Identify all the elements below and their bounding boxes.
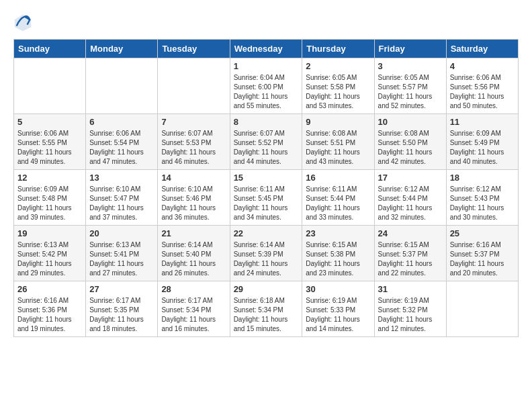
day-info: Sunrise: 6:17 AM Sunset: 5:34 PM Dayligh… (161, 296, 226, 334)
calendar-cell: 30Sunrise: 6:19 AM Sunset: 5:33 PM Dayli… (302, 281, 374, 337)
day-number: 20 (89, 228, 154, 238)
day-header-friday: Friday (374, 40, 446, 58)
day-info: Sunrise: 6:08 AM Sunset: 5:51 PM Dayligh… (306, 129, 370, 167)
day-info: Sunrise: 6:15 AM Sunset: 5:38 PM Dayligh… (306, 240, 370, 278)
day-number: 21 (161, 228, 226, 238)
calendar-cell: 25Sunrise: 6:16 AM Sunset: 5:37 PM Dayli… (446, 226, 518, 281)
day-number: 2 (306, 61, 370, 71)
day-info: Sunrise: 6:13 AM Sunset: 5:42 PM Dayligh… (17, 240, 82, 278)
day-number: 10 (378, 117, 443, 127)
day-header-thursday: Thursday (302, 40, 374, 58)
calendar-cell: 22Sunrise: 6:14 AM Sunset: 5:39 PM Dayli… (230, 226, 302, 281)
calendar-cell: 21Sunrise: 6:14 AM Sunset: 5:40 PM Dayli… (158, 226, 230, 281)
day-number: 6 (89, 117, 154, 127)
day-info: Sunrise: 6:16 AM Sunset: 5:36 PM Dayligh… (17, 296, 82, 334)
page-header (13, 13, 519, 32)
calendar-cell: 12Sunrise: 6:09 AM Sunset: 5:48 PM Dayli… (14, 170, 86, 226)
day-info: Sunrise: 6:15 AM Sunset: 5:37 PM Dayligh… (378, 240, 443, 278)
day-info: Sunrise: 6:06 AM Sunset: 5:56 PM Dayligh… (450, 73, 515, 111)
calendar-header-row: SundayMondayTuesdayWednesdayThursdayFrid… (14, 40, 519, 58)
day-info: Sunrise: 6:07 AM Sunset: 5:52 PM Dayligh… (234, 129, 299, 167)
day-info: Sunrise: 6:14 AM Sunset: 5:40 PM Dayligh… (161, 240, 226, 278)
day-number: 15 (234, 173, 299, 183)
day-header-monday: Monday (86, 40, 158, 58)
day-header-sunday: Sunday (14, 40, 86, 58)
day-number: 3 (378, 61, 443, 71)
calendar-cell: 1Sunrise: 6:04 AM Sunset: 6:00 PM Daylig… (230, 58, 302, 114)
day-number: 29 (234, 284, 299, 294)
day-info: Sunrise: 6:05 AM Sunset: 5:57 PM Dayligh… (378, 73, 443, 111)
day-number: 26 (17, 284, 82, 294)
day-header-saturday: Saturday (446, 40, 518, 58)
calendar-cell: 3Sunrise: 6:05 AM Sunset: 5:57 PM Daylig… (374, 58, 446, 114)
calendar-cell: 15Sunrise: 6:11 AM Sunset: 5:45 PM Dayli… (230, 170, 302, 226)
day-info: Sunrise: 6:14 AM Sunset: 5:39 PM Dayligh… (234, 240, 299, 278)
calendar-cell: 8Sunrise: 6:07 AM Sunset: 5:52 PM Daylig… (230, 114, 302, 170)
calendar-cell: 29Sunrise: 6:18 AM Sunset: 5:34 PM Dayli… (230, 281, 302, 337)
calendar-cell: 9Sunrise: 6:08 AM Sunset: 5:51 PM Daylig… (302, 114, 374, 170)
calendar-cell: 7Sunrise: 6:07 AM Sunset: 5:53 PM Daylig… (158, 114, 230, 170)
day-number: 19 (17, 228, 82, 238)
day-number: 23 (306, 228, 370, 238)
calendar-week-row: 12Sunrise: 6:09 AM Sunset: 5:48 PM Dayli… (14, 170, 519, 226)
day-number: 27 (89, 284, 154, 294)
day-number: 25 (450, 228, 515, 238)
day-info: Sunrise: 6:10 AM Sunset: 5:46 PM Dayligh… (161, 185, 226, 222)
day-number: 11 (450, 117, 515, 127)
calendar-cell (446, 281, 518, 337)
day-info: Sunrise: 6:16 AM Sunset: 5:37 PM Dayligh… (450, 240, 515, 278)
day-number: 16 (306, 173, 370, 183)
calendar-cell: 23Sunrise: 6:15 AM Sunset: 5:38 PM Dayli… (302, 226, 374, 281)
day-header-wednesday: Wednesday (230, 40, 302, 58)
calendar-cell: 27Sunrise: 6:17 AM Sunset: 5:35 PM Dayli… (86, 281, 158, 337)
calendar-cell: 4Sunrise: 6:06 AM Sunset: 5:56 PM Daylig… (446, 58, 518, 114)
logo-icon (13, 13, 32, 32)
day-info: Sunrise: 6:08 AM Sunset: 5:50 PM Dayligh… (378, 129, 443, 167)
day-number: 28 (161, 284, 226, 294)
day-number: 4 (450, 61, 515, 71)
day-number: 24 (378, 228, 443, 238)
day-info: Sunrise: 6:18 AM Sunset: 5:34 PM Dayligh… (234, 296, 299, 334)
calendar-cell: 2Sunrise: 6:05 AM Sunset: 5:58 PM Daylig… (302, 58, 374, 114)
calendar-cell: 17Sunrise: 6:12 AM Sunset: 5:44 PM Dayli… (374, 170, 446, 226)
calendar-cell: 13Sunrise: 6:10 AM Sunset: 5:47 PM Dayli… (86, 170, 158, 226)
calendar-cell: 6Sunrise: 6:06 AM Sunset: 5:54 PM Daylig… (86, 114, 158, 170)
day-number: 18 (450, 173, 515, 183)
day-info: Sunrise: 6:17 AM Sunset: 5:35 PM Dayligh… (89, 296, 154, 334)
calendar-cell (14, 58, 86, 114)
calendar-week-row: 26Sunrise: 6:16 AM Sunset: 5:36 PM Dayli… (14, 281, 519, 337)
day-header-tuesday: Tuesday (158, 40, 230, 58)
day-number: 22 (234, 228, 299, 238)
calendar-cell: 18Sunrise: 6:12 AM Sunset: 5:43 PM Dayli… (446, 170, 518, 226)
day-info: Sunrise: 6:11 AM Sunset: 5:44 PM Dayligh… (306, 185, 370, 222)
day-info: Sunrise: 6:12 AM Sunset: 5:43 PM Dayligh… (450, 185, 515, 222)
day-info: Sunrise: 6:19 AM Sunset: 5:33 PM Dayligh… (306, 296, 370, 334)
day-number: 12 (17, 173, 82, 183)
day-info: Sunrise: 6:06 AM Sunset: 5:55 PM Dayligh… (17, 129, 82, 167)
day-info: Sunrise: 6:10 AM Sunset: 5:47 PM Dayligh… (89, 185, 154, 222)
day-number: 1 (234, 61, 299, 71)
calendar-cell: 26Sunrise: 6:16 AM Sunset: 5:36 PM Dayli… (14, 281, 86, 337)
calendar-cell: 5Sunrise: 6:06 AM Sunset: 5:55 PM Daylig… (14, 114, 86, 170)
calendar-cell: 28Sunrise: 6:17 AM Sunset: 5:34 PM Dayli… (158, 281, 230, 337)
day-info: Sunrise: 6:09 AM Sunset: 5:48 PM Dayligh… (17, 185, 82, 222)
day-info: Sunrise: 6:04 AM Sunset: 6:00 PM Dayligh… (234, 73, 299, 111)
day-info: Sunrise: 6:06 AM Sunset: 5:54 PM Dayligh… (89, 129, 154, 167)
day-number: 17 (378, 173, 443, 183)
day-info: Sunrise: 6:19 AM Sunset: 5:32 PM Dayligh… (378, 296, 443, 334)
calendar-table: SundayMondayTuesdayWednesdayThursdayFrid… (13, 39, 519, 337)
calendar-cell: 10Sunrise: 6:08 AM Sunset: 5:50 PM Dayli… (374, 114, 446, 170)
day-info: Sunrise: 6:12 AM Sunset: 5:44 PM Dayligh… (378, 185, 443, 222)
calendar-week-row: 5Sunrise: 6:06 AM Sunset: 5:55 PM Daylig… (14, 114, 519, 170)
calendar-cell: 11Sunrise: 6:09 AM Sunset: 5:49 PM Dayli… (446, 114, 518, 170)
day-number: 5 (17, 117, 82, 127)
calendar-cell (86, 58, 158, 114)
calendar-cell: 19Sunrise: 6:13 AM Sunset: 5:42 PM Dayli… (14, 226, 86, 281)
day-info: Sunrise: 6:07 AM Sunset: 5:53 PM Dayligh… (161, 129, 226, 167)
day-info: Sunrise: 6:11 AM Sunset: 5:45 PM Dayligh… (234, 185, 299, 222)
logo (13, 13, 35, 32)
calendar-cell: 20Sunrise: 6:13 AM Sunset: 5:41 PM Dayli… (86, 226, 158, 281)
day-info: Sunrise: 6:09 AM Sunset: 5:49 PM Dayligh… (450, 129, 515, 167)
calendar-week-row: 19Sunrise: 6:13 AM Sunset: 5:42 PM Dayli… (14, 226, 519, 281)
day-number: 7 (161, 117, 226, 127)
